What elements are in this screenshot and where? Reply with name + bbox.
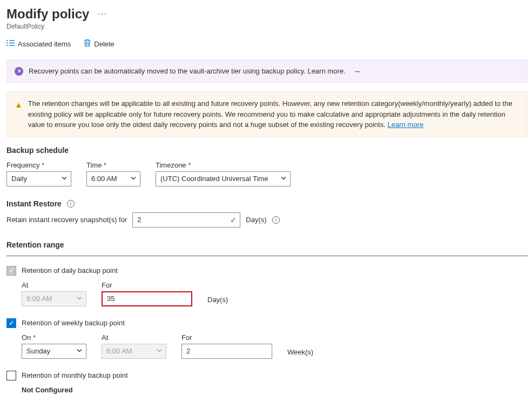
timezone-select[interactable]: (UTC) Coordinated Universal Time <box>156 171 291 186</box>
trash-icon <box>84 39 91 49</box>
learn-more-link[interactable]: Learn more <box>387 121 423 129</box>
arrow-right-icon[interactable]: → <box>353 66 361 76</box>
retain-snapshot-label: Retain instant recovery snapshot(s) for <box>6 216 127 224</box>
monthly-not-configured: Not Configured <box>22 386 528 394</box>
daily-at-label: At <box>22 281 86 289</box>
info-icon[interactable]: i <box>272 216 280 224</box>
delete-label: Delete <box>94 40 115 48</box>
retention-range-title: Retention range <box>6 240 528 249</box>
monthly-retention-label: Retention of monthly backup point <box>22 371 128 379</box>
daily-at-select: 6:00 AM <box>22 291 86 306</box>
backup-schedule-section: Backup schedule Frequency * Daily Time *… <box>6 146 528 186</box>
instant-restore-title: Instant Restore <box>6 199 62 208</box>
daily-for-input[interactable]: 35 <box>102 291 192 306</box>
daily-retention-block: ✓ Retention of daily backup point At 6:0… <box>6 266 528 306</box>
weekly-at-select: 6:00 AM <box>102 344 166 359</box>
snapshot-unit: Day(s) <box>246 216 266 224</box>
daily-retention-label: Retention of daily backup point <box>22 266 118 275</box>
retention-warning-banner: ▲ The retention changes will be applicab… <box>6 91 528 137</box>
divider <box>6 256 528 256</box>
backup-schedule-title: Backup schedule <box>6 146 528 155</box>
archive-tier-banner: Recovery points can be automatically mov… <box>6 59 528 83</box>
daily-retention-checkbox[interactable]: ✓ <box>6 266 16 276</box>
weekly-retention-checkbox[interactable]: ✓ <box>6 318 16 328</box>
weekly-unit: Week(s) <box>287 348 313 359</box>
timezone-label: Timezone * <box>156 161 291 169</box>
archive-banner-text: Recovery points can be automatically mov… <box>29 67 346 75</box>
weekly-on-label: On * <box>22 333 86 342</box>
frequency-label: Frequency * <box>6 161 71 169</box>
time-select[interactable]: 6:00 AM <box>86 171 140 186</box>
more-actions-button[interactable]: ··· <box>96 9 109 19</box>
archive-icon <box>15 67 23 76</box>
chevron-down-icon <box>76 295 83 303</box>
weekly-retention-label: Retention of weekly backup point <box>22 319 125 327</box>
chevron-down-icon <box>130 175 137 183</box>
retention-range-section: Retention range ✓ Retention of daily bac… <box>6 240 528 394</box>
time-label: Time * <box>86 161 140 169</box>
weekly-on-select[interactable]: Sunday <box>22 344 86 359</box>
associated-items-label: Associated items <box>18 40 71 48</box>
weekly-for-label: For <box>181 333 272 342</box>
page-subtitle: DefaultPolicy <box>6 23 528 30</box>
instant-restore-section: Instant Restore i Retain instant recover… <box>6 199 528 228</box>
delete-button[interactable]: Delete <box>84 39 115 49</box>
monthly-retention-checkbox[interactable] <box>6 371 16 380</box>
monthly-retention-block: Retention of monthly backup point Not Co… <box>6 371 528 394</box>
page-header: Modify policy ··· DefaultPolicy <box>6 6 528 30</box>
frequency-select[interactable]: Daily <box>6 171 71 186</box>
weekly-at-label: At <box>102 333 166 342</box>
warning-icon: ▲ <box>15 99 23 111</box>
weekly-for-input[interactable]: 2 <box>181 344 272 359</box>
list-icon <box>6 39 15 48</box>
chevron-down-icon <box>61 175 68 183</box>
retention-warning-text: The retention changes will be applicable… <box>28 98 520 130</box>
associated-items-button[interactable]: Associated items <box>6 39 71 49</box>
daily-unit: Day(s) <box>207 296 228 306</box>
chevron-down-icon <box>156 347 163 355</box>
snapshot-days-input[interactable]: 2 ✓ <box>132 212 240 228</box>
daily-for-label: For <box>102 281 192 289</box>
page-title: Modify policy <box>6 6 89 22</box>
command-bar: Associated items Delete <box>6 37 528 51</box>
checkmark-icon: ✓ <box>230 216 237 224</box>
info-icon[interactable]: i <box>67 200 75 208</box>
weekly-retention-block: ✓ Retention of weekly backup point On * … <box>6 318 528 359</box>
chevron-down-icon <box>280 175 287 183</box>
chevron-down-icon <box>76 347 83 355</box>
